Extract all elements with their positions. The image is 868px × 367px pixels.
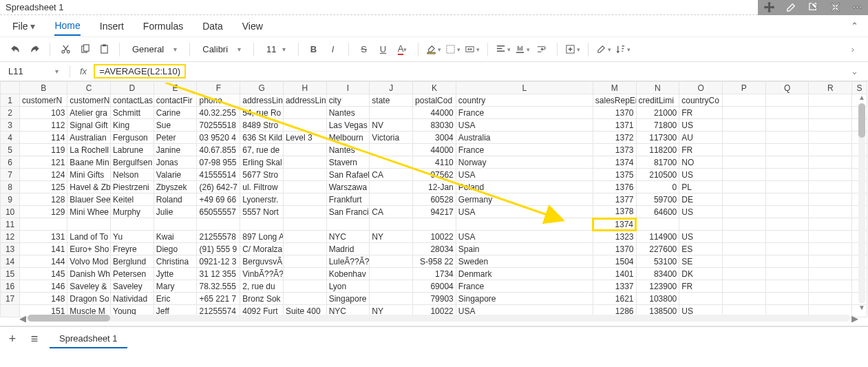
cell[interactable]: NY (370, 231, 413, 243)
cell[interactable]: 1377 (593, 193, 636, 206)
cell[interactable]: VinbÃ??Ã? (240, 268, 284, 280)
row-header[interactable]: 1 (1, 94, 20, 107)
cell[interactable] (765, 243, 809, 255)
cell[interactable]: LuleÃ??Ã? (326, 255, 370, 268)
cell[interactable]: 897 Long A (240, 231, 284, 243)
cell[interactable]: 03 9520 4 (197, 132, 240, 144)
cell[interactable] (809, 206, 852, 218)
cell[interactable]: 21255578 (197, 231, 240, 243)
menu-file[interactable]: File ▾ (12, 17, 35, 35)
cell[interactable]: ul. Filtrow (240, 181, 284, 193)
cell[interactable]: 79903 (413, 293, 456, 305)
cell[interactable] (765, 107, 809, 119)
cell[interactable]: Madrid (326, 243, 370, 255)
cell[interactable]: Stavern (326, 156, 370, 169)
cell[interactable] (765, 293, 809, 305)
cell[interactable]: Bergulfsen (111, 156, 154, 169)
cell[interactable]: 4110 (413, 156, 456, 169)
italic-button[interactable]: I (325, 41, 341, 58)
cell[interactable] (197, 218, 240, 231)
sort-filter-button[interactable]: ▾ (615, 41, 631, 58)
cell[interactable]: 103 (20, 107, 67, 119)
cell[interactable] (809, 144, 852, 156)
cell[interactable] (283, 268, 326, 280)
cell[interactable] (765, 280, 809, 293)
cell[interactable]: Dragon So (67, 293, 111, 305)
cell[interactable]: 97562 (413, 169, 456, 181)
expand-formula-icon[interactable]: ⌄ (851, 66, 858, 76)
cell[interactable] (809, 243, 852, 255)
cell[interactable] (370, 280, 413, 293)
cell[interactable]: addressLin (240, 94, 284, 107)
row-header[interactable]: 3 (1, 119, 20, 132)
collapse-ribbon-icon[interactable]: ⌃ (851, 21, 858, 31)
insert-button[interactable]: ▾ (564, 41, 581, 58)
cell[interactable]: 210500 (636, 169, 679, 181)
cell[interactable]: (91) 555 9 (197, 243, 240, 255)
cell[interactable]: NYC (326, 231, 370, 243)
column-header[interactable]: P (722, 82, 765, 94)
cell[interactable]: 114 (20, 132, 67, 144)
cell[interactable] (283, 218, 326, 231)
cell[interactable]: Norway (456, 156, 593, 169)
cell[interactable]: USA (456, 206, 593, 218)
cell[interactable] (283, 181, 326, 193)
row-header[interactable]: 13 (1, 243, 20, 255)
column-header[interactable]: E (154, 82, 197, 94)
cell[interactable]: 54, rue Ro (240, 107, 284, 119)
cell[interactable]: 12-Jan (413, 181, 456, 193)
cell[interactable]: Janine (154, 144, 197, 156)
cell[interactable] (809, 119, 852, 132)
cell[interactable]: Spain (456, 243, 593, 255)
cell[interactable] (20, 218, 67, 231)
cell[interactable]: 53100 (636, 255, 679, 268)
column-header[interactable]: H (283, 82, 326, 94)
cell[interactable]: Atelier gra (67, 107, 111, 119)
cell[interactable]: 3004 (413, 132, 456, 144)
scroll-right-icon[interactable]: ▶ (850, 313, 860, 324)
column-header[interactable]: D (111, 82, 154, 94)
cell[interactable]: 144 (20, 255, 67, 268)
row-header[interactable]: 12 (1, 231, 20, 243)
cell[interactable]: Saveley (111, 280, 154, 293)
cell[interactable]: 1370 (593, 107, 636, 119)
cell[interactable] (679, 293, 723, 305)
row-header[interactable]: 6 (1, 156, 20, 169)
cell[interactable]: Carine (154, 107, 197, 119)
cell[interactable]: US (679, 169, 723, 181)
cell[interactable]: FR (679, 144, 723, 156)
cell[interactable] (809, 94, 852, 107)
column-header[interactable]: O (679, 82, 723, 94)
cell[interactable] (809, 181, 852, 193)
cell[interactable]: Las Vegas (326, 119, 370, 132)
cell[interactable] (370, 107, 413, 119)
cell[interactable] (370, 268, 413, 280)
cell[interactable] (283, 206, 326, 218)
column-header[interactable]: S (852, 82, 867, 94)
cell[interactable]: France (456, 107, 593, 119)
cell[interactable] (809, 231, 852, 243)
cell[interactable]: 10022 (413, 231, 456, 243)
cell[interactable]: Signal Gift (67, 119, 111, 132)
cell[interactable]: 70255518 (197, 119, 240, 132)
sheet-tab[interactable]: Spreadsheet 1 (50, 330, 127, 348)
cell[interactable]: Saveley & (67, 280, 111, 293)
cell[interactable]: Singapore (456, 293, 593, 305)
cell[interactable]: C/ Moralza (240, 243, 284, 255)
cell[interactable]: 1337 (593, 280, 636, 293)
cell[interactable] (809, 280, 852, 293)
cell[interactable] (283, 144, 326, 156)
cell[interactable] (370, 255, 413, 268)
cell[interactable]: USA (456, 231, 593, 243)
cell[interactable] (722, 293, 765, 305)
cell[interactable]: 124 (20, 169, 67, 181)
cell[interactable]: S-958 22 (413, 255, 456, 268)
cell[interactable]: Victoria (370, 132, 413, 144)
more-icon[interactable] (849, 0, 865, 16)
menu-formulas[interactable]: Formulas (143, 17, 183, 35)
underline-button[interactable]: U (375, 41, 392, 58)
cell[interactable]: customerN (67, 94, 111, 107)
scroll-track[interactable] (28, 315, 850, 322)
cell[interactable] (67, 218, 111, 231)
clear-button[interactable]: ▾ (595, 41, 612, 58)
